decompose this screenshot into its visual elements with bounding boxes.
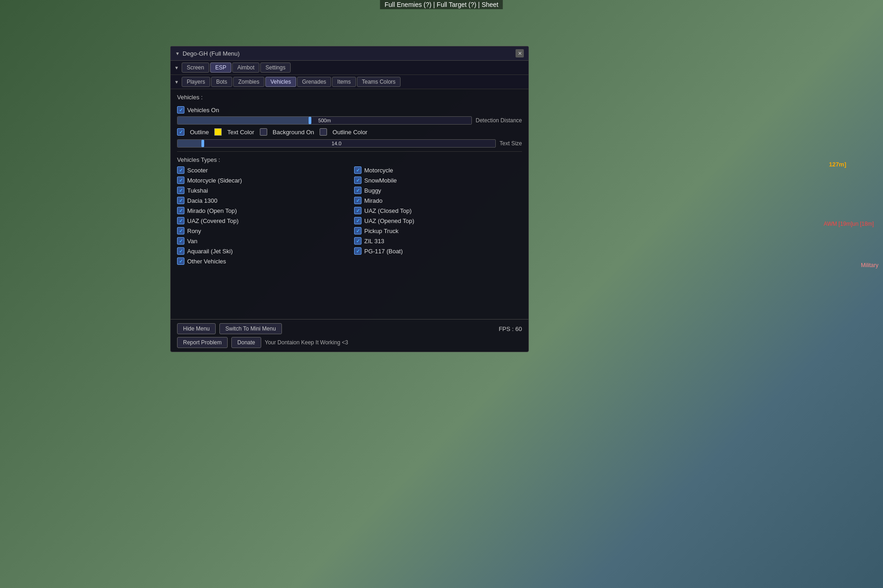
- vehicle-rony: ✓ Rony: [177, 227, 345, 235]
- pg117-checkbox[interactable]: ✓: [354, 247, 361, 255]
- uaz-covered-checkbox[interactable]: ✓: [177, 217, 184, 224]
- footer-row-2: Report Problem Donate Your Dontaion Keep…: [177, 337, 522, 348]
- detection-slider-row: 500m Detection Distance: [177, 116, 522, 125]
- text-size-slider-unit: Text Size: [499, 140, 522, 147]
- fps-display: FPS : 60: [499, 325, 522, 332]
- tab-settings[interactable]: Settings: [260, 63, 290, 73]
- tab-esp[interactable]: ESP: [210, 63, 231, 73]
- vehicle-uaz-closed: ✓ UAZ (Closed Top): [354, 206, 522, 215]
- bg-on-label: Background On: [273, 129, 314, 136]
- outline-checkbox[interactable]: ✓: [177, 128, 184, 136]
- vehicle-uaz-covered: ✓ UAZ (Covered Top): [177, 217, 345, 225]
- mirado-checkbox[interactable]: ✓: [354, 197, 361, 204]
- motorcycle-label: Motorcycle: [364, 167, 393, 174]
- vehicle-mirado-open: ✓ Mirado (Open Top): [177, 206, 345, 215]
- tab-vehicles[interactable]: Vehicles: [265, 77, 296, 87]
- vehicle-buggy: ✓ Buggy: [354, 186, 522, 194]
- rony-label: Rony: [187, 228, 201, 234]
- vehicles-on-checkbox[interactable]: ✓: [177, 106, 184, 114]
- outline-checkmark: ✓: [179, 129, 183, 135]
- van-checkbox[interactable]: ✓: [177, 237, 184, 245]
- footer-buttons-row1: Hide Menu Switch To Mini Menu: [177, 323, 282, 334]
- tab-grenades[interactable]: Grenades: [297, 77, 332, 87]
- donate-message: Your Dontaion Keep It Working <3: [265, 339, 348, 346]
- close-button[interactable]: ✕: [516, 49, 524, 57]
- tab-players[interactable]: Players: [182, 77, 210, 87]
- vehicle-aquarail: ✓ Aquarail (Jet Ski): [177, 247, 345, 255]
- main-panel: ▼ Dego-GH (Full Menu) ✕ ▼ Screen ESP Aim…: [170, 46, 529, 352]
- bg-on-checkbox[interactable]: [260, 128, 267, 136]
- pg117-label: PG-117 (Boat): [364, 248, 403, 255]
- panel-footer: Hide Menu Switch To Mini Menu FPS : 60 R…: [171, 319, 528, 352]
- outline-color-checkbox[interactable]: [320, 128, 327, 136]
- vehicles-on-row: ✓ Vehicles On: [177, 106, 522, 114]
- dacia-label: Dacia 1300: [187, 197, 218, 204]
- detection-slider-value: 500m: [178, 118, 471, 123]
- outline-color-label: Outline Color: [333, 129, 367, 136]
- tukshai-checkbox[interactable]: ✓: [177, 187, 184, 194]
- aquarail-checkbox[interactable]: ✓: [177, 247, 184, 255]
- outline-row: ✓ Outline Text Color Background On Outli…: [177, 128, 522, 136]
- text-size-slider-row: 14.0 Text Size: [177, 139, 522, 148]
- vehicle-uaz-opened: ✓ UAZ (Opened Top): [354, 217, 522, 225]
- vehicles-types-header: Vehicles Types :: [177, 156, 522, 163]
- footer-row-1: Hide Menu Switch To Mini Menu FPS : 60: [177, 323, 522, 334]
- uaz-opened-checkbox[interactable]: ✓: [354, 217, 361, 224]
- vehicle-motorcycle: ✓ Motorcycle: [354, 166, 522, 174]
- text-size-slider[interactable]: 14.0: [177, 139, 496, 148]
- panel-titlebar[interactable]: ▼ Dego-GH (Full Menu) ✕: [171, 46, 528, 61]
- divider-1: [177, 151, 522, 152]
- top-overlay-text: Full Enemies (?) | Full Target (?) | She…: [380, 0, 503, 9]
- detection-slider[interactable]: 500m: [177, 116, 472, 125]
- tab-teams-colors[interactable]: Teams Colors: [357, 77, 401, 87]
- aquarail-label: Aquarail (Jet Ski): [187, 248, 233, 255]
- vehicles-on-label: Vehicles On: [187, 107, 219, 114]
- motorcycle-checkbox[interactable]: ✓: [354, 166, 361, 174]
- text-size-slider-value: 14.0: [178, 141, 495, 146]
- vehicle-snowmobile: ✓ SnowMobile: [354, 176, 522, 184]
- vehicle-mirado: ✓ Mirado: [354, 196, 522, 205]
- military-overlay: Military: [861, 262, 878, 268]
- report-problem-button[interactable]: Report Problem: [177, 337, 228, 348]
- uaz-closed-label: UAZ (Closed Top): [364, 207, 412, 214]
- tab-items[interactable]: Items: [332, 77, 355, 87]
- snowmobile-label: SnowMobile: [364, 177, 397, 184]
- pickup-checkbox[interactable]: ✓: [354, 227, 361, 234]
- buggy-label: Buggy: [364, 187, 381, 194]
- panel-title: Dego-GH (Full Menu): [183, 50, 240, 57]
- rony-checkbox[interactable]: ✓: [177, 227, 184, 234]
- tab-screen[interactable]: Screen: [182, 63, 209, 73]
- vehicle-pg117: ✓ PG-117 (Boat): [354, 247, 522, 255]
- tab-aimbot[interactable]: Aimbot: [232, 63, 259, 73]
- mirado-open-checkbox[interactable]: ✓: [177, 207, 184, 214]
- weapon-overlay: AWM [19m]un [18m]: [824, 221, 874, 227]
- tab-zombies[interactable]: Zombies: [233, 77, 264, 87]
- uaz-closed-checkbox[interactable]: ✓: [354, 207, 361, 214]
- vehicle-van: ✓ Van: [177, 237, 345, 245]
- outline-label: Outline: [190, 129, 209, 136]
- text-color-box[interactable]: [214, 128, 222, 136]
- motorcycle-sidecar-checkbox[interactable]: ✓: [177, 177, 184, 184]
- other-vehicles-checkbox[interactable]: ✓: [177, 257, 184, 265]
- text-color-label: Text Color: [227, 129, 254, 136]
- uaz-opened-label: UAZ (Opened Top): [364, 217, 414, 224]
- vehicles-section-header: Vehicles :: [177, 94, 522, 103]
- tab-row2-arrow: ▼: [174, 80, 179, 85]
- dacia-checkbox[interactable]: ✓: [177, 197, 184, 204]
- vehicle-zil: ✓ ZIL 313: [354, 237, 522, 245]
- van-label: Van: [187, 238, 197, 245]
- vehicle-tukshai: ✓ Tukshai: [177, 186, 345, 194]
- zil-checkbox[interactable]: ✓: [354, 237, 361, 245]
- buggy-checkbox[interactable]: ✓: [354, 187, 361, 194]
- other-vehicles-label: Other Vehicles: [187, 258, 226, 265]
- donate-button[interactable]: Donate: [231, 337, 261, 348]
- switch-mini-menu-button[interactable]: Switch To Mini Menu: [219, 323, 282, 334]
- snowmobile-checkbox[interactable]: ✓: [354, 177, 361, 184]
- vehicle-motorcycle-sidecar: ✓ Motorcycle (Sidecar): [177, 176, 345, 184]
- pickup-label: Pickup Truck: [364, 228, 398, 234]
- vehicle-other: ✓ Other Vehicles: [177, 257, 345, 265]
- mirado-open-label: Mirado (Open Top): [187, 207, 237, 214]
- tab-bots[interactable]: Bots: [211, 77, 232, 87]
- hide-menu-button[interactable]: Hide Menu: [177, 323, 216, 334]
- scooter-checkbox[interactable]: ✓: [177, 166, 184, 174]
